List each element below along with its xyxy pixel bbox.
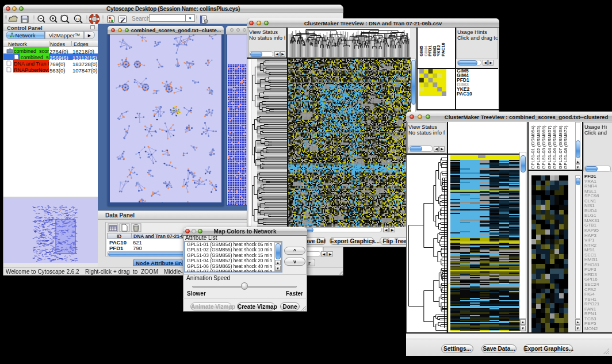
svg-text:GPL51-04 (GSM857): GPL51-04 (GSM857)	[547, 125, 552, 169]
svg-text:GPL51-03 (GSM856): GPL51-03 (GSM856)	[541, 125, 546, 169]
svg-text:GPL51-08 (GSM872): GPL51-08 (GSM872)	[563, 125, 568, 169]
svg-text:GPL51-01 (GSM854): GPL51-01 (GSM854)	[530, 125, 536, 169]
svg-text:GPL51-07 (GSM868): GPL51-07 (GSM868)	[558, 125, 563, 169]
svg-text:PAC10: PAC10	[441, 43, 446, 56]
svg-text:GPL51-06 (GSM865): GPL51-06 (GSM865)	[552, 125, 557, 169]
svg-text:1:1: 1:1	[75, 17, 80, 21]
svg-text:GPL51-02 (GSM855): GPL51-02 (GSM855)	[536, 125, 541, 169]
